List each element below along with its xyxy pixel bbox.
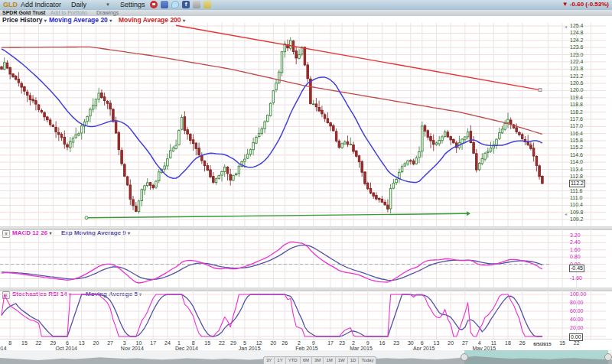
date-tick-label: 23 (393, 340, 399, 346)
date-tick-label: 3 (123, 340, 126, 346)
alarm-icon[interactable] (150, 1, 158, 8)
price-change-label: ▼ -0.60 (-0.53%) (562, 1, 609, 8)
price-axis-label: 116.4 (570, 131, 583, 137)
price-axis-label: 122.4 (570, 59, 584, 65)
symbol-label: GLD (3, 1, 18, 8)
range-button-1d[interactable]: 1D (348, 357, 360, 364)
date-tick-label: 13 (434, 340, 440, 346)
facebook-icon[interactable]: f (182, 1, 190, 8)
price-axis-label: 119.4 (570, 95, 583, 101)
date-tick-label: 20 (270, 340, 276, 346)
price-axis-label: 124.2 (570, 37, 584, 44)
stoch-axis-label: 100.00 (570, 291, 586, 297)
range-button-1m[interactable]: 1M (324, 357, 335, 364)
last-date-label: 6/5/2015 (533, 342, 551, 346)
price-axis-label: 110.4 (570, 202, 583, 208)
price-axis-label: 121.2 (570, 73, 584, 80)
navigator-right-handle (605, 354, 612, 361)
price-axis-label: 115.2 (570, 145, 583, 151)
charting-app: GLD Add Indicator Daily ▼ Settings f ▼ -… (0, 0, 612, 364)
date-tick-label: 17 (150, 340, 156, 346)
date-tick-label: 16 (379, 340, 386, 346)
add-indicator-button[interactable]: Add Indicator (21, 1, 61, 8)
range-button-1y[interactable]: 1Y (275, 357, 285, 364)
date-tick-label: 27 (107, 340, 113, 346)
date-tick-label: 5 (243, 340, 246, 346)
range-button-3m[interactable]: 3M (312, 357, 324, 364)
price-chart[interactable] (0, 23, 612, 226)
twitter-icon[interactable] (171, 1, 179, 8)
future-date-label: 22 (574, 340, 580, 346)
trendline-drawing (176, 25, 542, 91)
price-axis-label: 117.6 (570, 116, 583, 122)
price-axis-label: 109.8 (570, 210, 584, 216)
future-date-label: 15 (559, 340, 565, 346)
macd-axis-label: -1.60 (570, 275, 582, 281)
date-tick-label: 4 (478, 340, 481, 346)
axis-marker-icon: ◂ (565, 24, 567, 29)
price-axis-label: 120.6 (570, 80, 584, 86)
date-axis: 8152229613202731017241815222951220262917… (0, 339, 612, 351)
date-tick-label: 10 (136, 340, 142, 346)
date-tick-label: 2 (298, 340, 301, 346)
date-tick-label: 9 (366, 340, 369, 346)
date-tick-label: 29 (50, 340, 56, 346)
drawings-button[interactable]: Drawings (96, 10, 119, 15)
range-buttons: 3Y1YYTD6M3M1M1W1DToday (263, 356, 376, 364)
date-tick-label: 22 (36, 340, 42, 346)
security-name-label: SPDR Gold Trust (2, 10, 45, 15)
date-tick-label: 8 (192, 340, 195, 346)
price-axis-label: 111.0 (570, 195, 582, 201)
date-tick-label: 11 (491, 340, 496, 346)
date-tick-label: 20 (93, 340, 99, 346)
price-axis-label: 117.0 (570, 123, 583, 129)
settings-button[interactable]: Settings (120, 1, 145, 8)
notes-icon[interactable] (203, 1, 211, 8)
price-axis-label: 120.0 (570, 87, 584, 93)
range-button-3y[interactable]: 3Y (264, 357, 275, 364)
macd-axis-label: 0.80 (570, 254, 581, 260)
macd-value-box: -0.45 (569, 265, 584, 272)
date-tick-label: 18 (505, 340, 511, 346)
macd-axis-label: 2.40 (570, 239, 581, 245)
date-tick-label: 6 (421, 340, 424, 346)
period-dropdown[interactable]: Daily (71, 1, 86, 8)
range-button-ytd[interactable]: YTD (286, 357, 301, 364)
date-tick-label: 24 (164, 340, 171, 346)
date-tick-label: 26 (519, 340, 526, 346)
price-axis-label: 121.8 (570, 66, 584, 72)
date-tick-label: 8 (8, 340, 11, 346)
date-tick-label: 15 (21, 340, 28, 346)
stoch-axis-label: 60.00 (570, 308, 584, 314)
range-button-1w[interactable]: 1W (336, 357, 348, 364)
price-axis-label: 112.8 (570, 174, 583, 180)
range-button-today[interactable]: Today (359, 357, 376, 364)
macd-chart[interactable] (0, 229, 612, 288)
price-axis-label: 124.8 (570, 30, 584, 36)
navigator-left-handle (461, 354, 468, 361)
range-button-6m[interactable]: 6M (301, 357, 312, 364)
current-price-box: 112.2 (569, 180, 585, 187)
period-caret-icon[interactable]: ▼ (106, 2, 110, 7)
stoch-chart[interactable] (0, 291, 612, 339)
date-tick-label: 1 (177, 340, 181, 346)
date-tick-label: 20 (448, 340, 454, 346)
date-tick-label: 6 (66, 340, 69, 346)
stoch-axis-label: 80.00 (570, 300, 584, 306)
price-axis-label: 115.8 (570, 138, 583, 144)
date-tick-label: 29 (230, 340, 236, 346)
camera-icon[interactable] (193, 1, 200, 8)
price-axis-label: 118.2 (570, 109, 583, 115)
price-axis-label: 125.4 (570, 23, 584, 29)
stoch-axis-label: 20.00 (570, 325, 584, 331)
legend-row: Price History ▾ Moving Average 20 ▾ Movi… (0, 16, 612, 23)
price-axis-label: 118.8 (570, 102, 583, 108)
stoch-value-box: 0.00 (569, 333, 583, 341)
price-axis-label: 114.0 (570, 159, 583, 165)
macd-axis-label: 1.60 (570, 247, 581, 253)
date-tick-label: 15 (204, 340, 210, 346)
stats-icon[interactable] (161, 1, 168, 8)
axis-marker-icon: ◂ (565, 211, 567, 216)
price-axis-label: 123.6 (570, 44, 584, 50)
add-to-portfolio-button[interactable]: Add to Portfolio (50, 10, 87, 15)
